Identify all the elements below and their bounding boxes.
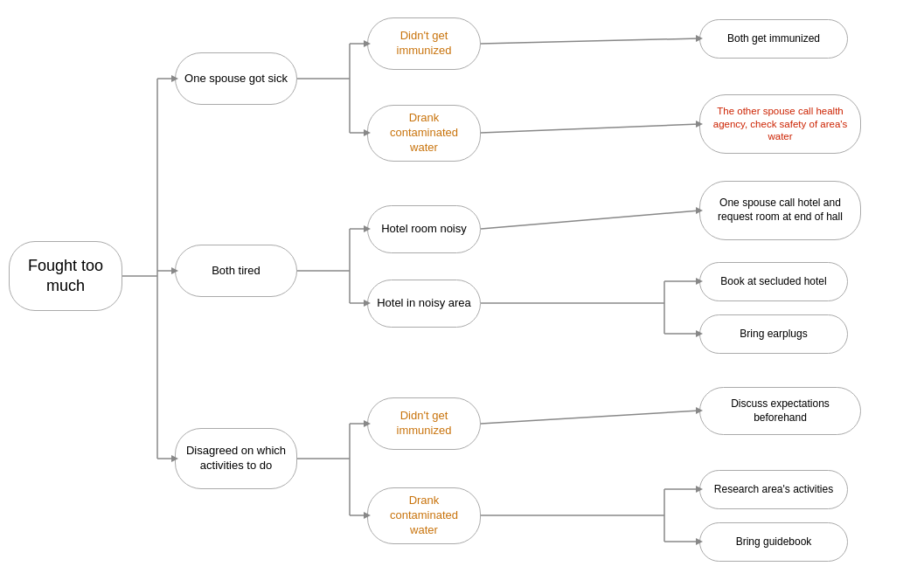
l2-node-6: Drank contaminated water	[367, 487, 481, 544]
l3-node-1: Both get immunized	[699, 19, 848, 59]
l3-node-3: One spouse call hotel and request room a…	[699, 181, 861, 240]
l2-2-label: Drank contaminated water	[377, 111, 471, 155]
root-label: Fought too much	[18, 256, 113, 297]
l3-node-5: Bring earplugs	[699, 314, 848, 354]
l3-node-7: Research area's activities	[699, 470, 848, 509]
l3-4-label: Book at secluded hotel	[720, 275, 826, 289]
svg-line-38	[481, 411, 699, 424]
l1-3-label: Disagreed on which activities to do	[184, 444, 288, 473]
l3-5-label: Bring earplugs	[740, 328, 807, 342]
l3-node-6: Discuss expectations beforehand	[699, 387, 861, 435]
l1-node-2: Both tired	[175, 245, 297, 297]
l3-6-label: Discuss expectations beforehand	[709, 397, 851, 425]
l2-node-2: Drank contaminated water	[367, 105, 481, 162]
l2-1-label: Didn't get immunized	[377, 29, 471, 59]
l1-node-1: One spouse got sick	[175, 52, 297, 105]
l3-node-8: Bring guidebook	[699, 522, 848, 562]
l2-node-1: Didn't get immunized	[367, 17, 481, 70]
l3-1-label: Both get immunized	[727, 32, 820, 46]
l3-2-label: The other spouse call health agency, che…	[709, 105, 851, 144]
l3-node-2: The other spouse call health agency, che…	[699, 94, 861, 154]
svg-line-28	[481, 124, 699, 133]
root-node: Fought too much	[9, 241, 122, 311]
l2-3-label: Hotel room noisy	[381, 222, 467, 237]
svg-line-26	[481, 38, 699, 44]
l1-node-3: Disagreed on which activities to do	[175, 428, 297, 489]
l3-node-4: Book at secluded hotel	[699, 262, 848, 301]
l2-6-label: Drank contaminated water	[377, 494, 471, 538]
l2-4-label: Hotel in noisy area	[377, 296, 471, 311]
l3-8-label: Bring guidebook	[736, 535, 812, 549]
l2-node-3: Hotel room noisy	[367, 205, 481, 253]
l2-node-5: Didn't get immunized	[367, 397, 481, 450]
l2-node-4: Hotel in noisy area	[367, 280, 481, 328]
l2-5-label: Didn't get immunized	[377, 409, 471, 439]
l3-7-label: Research area's activities	[714, 483, 833, 497]
l1-2-label: Both tired	[212, 264, 261, 279]
l3-3-label: One spouse call hotel and request room a…	[709, 197, 851, 224]
svg-line-30	[481, 211, 699, 229]
l1-1-label: One spouse got sick	[184, 72, 288, 86]
